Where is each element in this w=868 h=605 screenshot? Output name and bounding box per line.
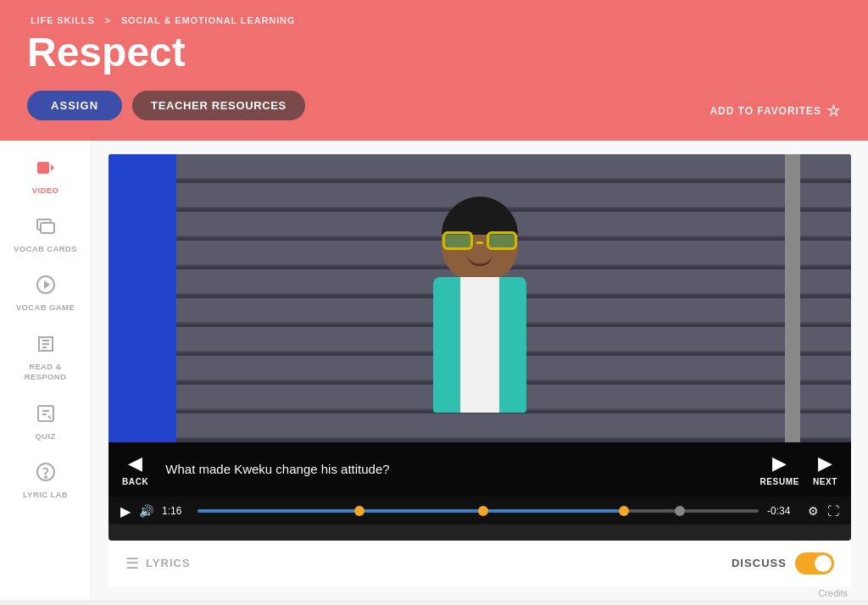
char-vest [433,277,526,413]
svg-point-8 [45,476,47,478]
toggle-circle [815,555,832,572]
next-icon: ▶ [818,452,832,475]
sidebar-item-lyric-lab[interactable]: LYRIC LAB [0,453,91,508]
question-overlay: ◀ BACK What made Kweku change his attitu… [108,442,851,497]
add-favorites-label: ADD TO FAVORITES [709,105,821,117]
progress-dot-4 [675,506,685,516]
discuss-toggle[interactable] [795,552,834,574]
resume-icon: ▶ [772,452,787,475]
next-button[interactable]: ▶ NEXT [813,452,837,486]
sidebar-label-vocab-cards: VOCAB CARDS [14,244,77,254]
progress-fill [198,509,619,513]
sidebar-item-read-respond[interactable]: READ & RESPOND [0,325,91,391]
progress-dot-3 [619,506,629,516]
credits-link[interactable]: Credits [818,588,848,598]
discuss-row: DISCUSS [732,552,834,574]
lyrics-label: LYRICS [146,557,191,569]
play-button[interactable]: ▶ [120,503,131,519]
next-label: NEXT [813,477,837,486]
sidebar-item-video[interactable]: VIDEO [0,149,91,204]
sidebar-label-read-respond: READ & RESPOND [25,362,67,383]
blue-panel [108,154,176,442]
sidebar-label-quiz: QUIZ [35,431,55,441]
volume-icon[interactable]: 🔊 [139,504,153,518]
plank-1 [108,154,851,180]
sidebar-item-vocab-cards[interactable]: VOCAB CARDS [0,208,91,263]
video-player: ◀ BACK What made Kweku change his attitu… [108,154,851,541]
video-icon [36,158,56,183]
char-mouth [467,254,492,266]
char-body [433,277,526,413]
settings-icon[interactable]: ⚙ [808,504,819,518]
char-hair [442,197,518,235]
sidebar-label-video: VIDEO [32,186,58,196]
back-icon: ◀ [128,452,142,475]
character [387,188,573,442]
quiz-icon [36,403,56,429]
vocab-cards-icon [36,216,56,241]
question-text: What made Kweku change his attitude? [148,462,760,476]
star-icon: ☆ [826,102,841,120]
glass-frame-right [487,231,517,250]
svg-rect-0 [37,162,49,174]
time-current: 1:16 [162,505,189,517]
breadcrumb-part2: SOCIAL & EMOTIONAL LEARNING [121,15,295,25]
header: LIFE SKILLS > SOCIAL & EMOTIONAL LEARNIN… [0,0,868,141]
resume-label: RESUME [760,477,799,486]
sidebar-item-vocab-game[interactable]: VOCAB GAME [0,266,91,321]
video-scene [108,154,851,442]
progress-dot-1 [354,506,364,516]
glass-frame-left [442,231,473,250]
progress-row: ▶ 🔊 1:16 -0:34 ⚙ ⛶ [108,497,851,525]
back-label: BACK [122,477,148,486]
fullscreen-icon[interactable]: ⛶ [827,504,839,518]
glass-bridge [476,241,483,244]
breadcrumb: LIFE SKILLS > SOCIAL & EMOTIONAL LEARNIN… [27,15,841,25]
sidebar: VIDEO VOCAB CARDS VOCAB GAME READ & RESP… [0,141,92,600]
vest-right [499,277,526,413]
progress-dot-2 [478,506,488,516]
sidebar-item-quiz[interactable]: QUIZ [0,395,91,450]
fence-post [785,154,800,442]
time-remaining: -0:34 [767,505,799,517]
lyrics-button[interactable]: ☰ LYRICS [125,554,191,573]
assign-button[interactable]: ASSIGN [27,91,122,120]
lyric-lab-icon [36,462,56,487]
vest-left [433,277,460,413]
svg-marker-5 [44,280,50,289]
bottom-bar: ☰ LYRICS DISCUSS [108,541,851,586]
content-area: ◀ BACK What made Kweku change his attitu… [92,141,868,600]
sidebar-label-vocab-game: VOCAB GAME [16,302,75,313]
breadcrumb-part1: LIFE SKILLS [31,15,95,25]
read-respond-icon [36,334,56,359]
svg-marker-1 [51,164,54,171]
char-head [442,197,518,281]
progress-track[interactable] [198,509,759,513]
back-button[interactable]: ◀ BACK [122,452,148,486]
breadcrumb-separator: > [105,15,111,25]
page-title: Respect [27,31,841,75]
discuss-label: DISCUSS [732,557,787,569]
svg-rect-3 [41,223,54,233]
add-favorites-button[interactable]: ADD TO FAVORITES ☆ [709,102,841,120]
vocab-game-icon [36,275,56,300]
lyrics-icon: ☰ [125,554,139,573]
sidebar-label-lyric-lab: LYRIC LAB [23,490,68,500]
resume-button[interactable]: ▶ RESUME [760,452,799,486]
main-layout: VIDEO VOCAB CARDS VOCAB GAME READ & RESP… [0,141,868,600]
teacher-resources-button[interactable]: TEACHER RESOURCES [132,91,305,120]
char-glasses [442,230,517,251]
